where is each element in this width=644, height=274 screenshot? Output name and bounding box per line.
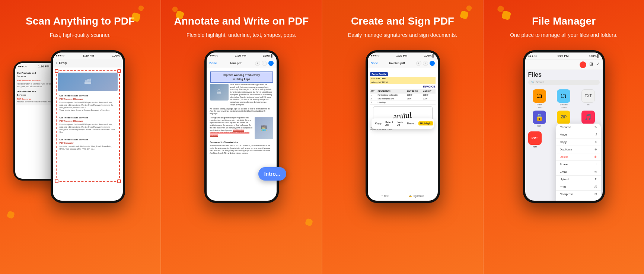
menu-compress[interactable]: Compress ⊞ bbox=[556, 191, 601, 198]
sign-status-bar: ●●●○○ 1:20 PM 100% ▌ bbox=[368, 52, 438, 59]
prev-page-icon[interactable]: ‹ bbox=[255, 61, 260, 66]
info-icon[interactable]: i bbox=[268, 61, 274, 66]
sign-info-icon[interactable]: i bbox=[430, 61, 435, 66]
sign-next-icon[interactable]: › bbox=[423, 61, 428, 66]
deco-square-2 bbox=[138, 5, 145, 12]
signature-tool[interactable]: ✍ Signature bbox=[409, 195, 424, 198]
corner-tl[interactable] bbox=[55, 69, 58, 73]
search-placeholder: Search bbox=[536, 81, 544, 83]
untitled-folder-icon: 🗂 bbox=[557, 89, 570, 103]
checkmark-icon[interactable]: ✓ bbox=[596, 61, 600, 68]
grid-view-icon[interactable]: ⊞ bbox=[589, 61, 593, 68]
photo-thumbnail: 🏙 bbox=[58, 73, 118, 91]
file-item-trash[interactable]: 🗂 Trash 3 items bbox=[528, 89, 551, 109]
sign-done-button[interactable]: Done bbox=[371, 61, 378, 65]
next-page-icon[interactable]: › bbox=[262, 61, 267, 66]
menu-share[interactable]: Share ↑ bbox=[556, 161, 601, 168]
sign-pdf-filename: invoice.pdf bbox=[380, 61, 414, 65]
pdf-image-1: 🏛 bbox=[210, 84, 229, 101]
doc-page-2: Our Products and Services PDF Password R… bbox=[58, 115, 118, 135]
deco-sq-a3 bbox=[305, 218, 313, 226]
share-menu-item[interactable]: Share... bbox=[405, 121, 417, 125]
annotate-subtitle: Flexible highlight, underline, text, sha… bbox=[186, 31, 296, 39]
email-icon: ✉ bbox=[594, 170, 597, 173]
rename-icon: ✎ bbox=[594, 125, 597, 129]
filemanager-screen: ●●●○○ 1:20 PM 100% ▌ ♥ ⊞ ✓ Files 🔍 bbox=[525, 52, 603, 201]
duplicate-icon: ⊕ bbox=[594, 148, 597, 151]
print-icon: 🖨 bbox=[594, 185, 597, 188]
files-title: Files bbox=[525, 71, 603, 78]
zip-file-icon: ZIP bbox=[557, 111, 570, 124]
name-highlight: John Smith bbox=[370, 72, 388, 76]
scan-phone-front: ●●●○○ 1:20 PM 100% ‹ Crop 🏙 bbox=[51, 50, 125, 203]
corner-br[interactable] bbox=[117, 179, 121, 183]
context-menu: Copy Select All Look Up Share... Highlig… bbox=[372, 118, 434, 129]
corner-tr[interactable] bbox=[117, 69, 121, 73]
doc-page-1: Our Products and Services PDF Password R… bbox=[58, 93, 118, 113]
menu-print[interactable]: Print 🖨 bbox=[556, 183, 601, 191]
invoice-table: QTY DESCRIPTION UNIT PRICE AMOUNT 1 Fron… bbox=[370, 89, 436, 105]
sign-pdf-toolbar: Done invoice.pdf ‹ › i bbox=[368, 59, 438, 68]
pdf-page: Improve Working Productivityin Using App… bbox=[208, 70, 275, 157]
menu-delete[interactable]: Delete 🗑 bbox=[556, 153, 601, 161]
table-row: 2 New set of pedal arms 15.00 30.00 bbox=[370, 97, 436, 101]
filemanager-section: File Manager One place to manage all you… bbox=[483, 0, 644, 274]
trash-folder-icon: 🗂 bbox=[533, 89, 546, 103]
scan-status-bar: ●●●○○ 1:20 PM 100% bbox=[53, 52, 123, 59]
share-icon: ↑ bbox=[596, 163, 597, 166]
search-bar[interactable]: 🔍 Search bbox=[528, 80, 600, 85]
filemanager-subtitle: One place to manage all your files and f… bbox=[510, 31, 618, 39]
deco-sq-f1 bbox=[501, 10, 511, 20]
menu-add-favorites[interactable]: Add to Favorites ★ bbox=[556, 198, 601, 201]
sign-prev-icon[interactable]: ‹ bbox=[416, 61, 421, 66]
annotate-status-bar: ●●●○○ 1:20 PM 100% ▌ bbox=[207, 52, 277, 59]
highlight-menu-item[interactable]: Highlight bbox=[418, 121, 433, 125]
copy-icon: ⎘ bbox=[595, 140, 597, 144]
deco-sq-s1 bbox=[460, 10, 469, 19]
demographic-heading: Demographic Characteristics bbox=[210, 141, 273, 144]
file-item-txt[interactable]: TXT txt bbox=[577, 89, 600, 109]
menu-duplicate[interactable]: Duplicate ⊕ bbox=[556, 146, 601, 153]
scan-title: Scan Anything to PDF bbox=[26, 15, 135, 28]
doc-page-3: Our Products and Services PDF Converter … bbox=[58, 137, 118, 152]
lookup-menu-item[interactable]: Look Up bbox=[395, 120, 405, 127]
music-file-icon: 🎵 bbox=[581, 111, 595, 124]
delete-icon: 🗑 bbox=[594, 155, 597, 159]
annotate-title: Annotate and Write on PDF bbox=[174, 15, 309, 28]
sign-title: Create and Sign PDF bbox=[351, 15, 454, 28]
sign-phone: ●●●○○ 1:20 PM 100% ▌ Done invoice.pdf ‹ … bbox=[366, 50, 440, 203]
pdf-image-2: 👩‍💻 bbox=[255, 117, 273, 139]
context-dropdown-menu: Rename ✎ Move ⤴ Copy ⎘ Duplicate bbox=[556, 124, 601, 201]
upload-icon: ⬆ bbox=[594, 178, 597, 181]
corner-bl[interactable] bbox=[55, 179, 58, 183]
pptx-file-icon: PPT bbox=[528, 131, 542, 145]
done-button[interactable]: Done bbox=[210, 61, 217, 65]
copy-menu-item[interactable]: Copy bbox=[374, 121, 383, 125]
lock-folder-icon: 🔒 bbox=[533, 111, 546, 124]
back-arrow-icon[interactable]: ‹ bbox=[56, 61, 57, 65]
scan-section: Scan Anything to PDF Fast, high-quality … bbox=[0, 0, 160, 274]
file-item-untitled[interactable]: 🗂 Untitled 1 items bbox=[552, 89, 575, 109]
menu-upload[interactable]: Upload ⬆ bbox=[556, 176, 601, 183]
menu-rename[interactable]: Rename ✎ bbox=[556, 124, 601, 131]
file-item-pptx[interactable]: PPT pptx bbox=[528, 131, 542, 148]
menu-email[interactable]: Email ✉ bbox=[556, 168, 601, 176]
text-tool[interactable]: T Text bbox=[381, 195, 388, 198]
invoice-bottom-toolbar: T Text ✍ Signature bbox=[368, 195, 438, 198]
sign-subtitle: Easily manage signatures and sign docume… bbox=[348, 31, 457, 39]
menu-copy[interactable]: Copy ⎘ bbox=[556, 138, 601, 146]
deco-square-3 bbox=[6, 210, 15, 219]
menu-move[interactable]: Move ⤴ bbox=[556, 131, 601, 138]
sign-phone-wrap: ●●●○○ 1:20 PM 100% ▌ Done invoice.pdf ‹ … bbox=[366, 50, 440, 203]
annotate-section: Annotate and Write on PDF Flexible highl… bbox=[160, 0, 322, 274]
filemanager-phone: ●●●○○ 1:20 PM 100% ▌ ♥ ⊞ ✓ Files 🔍 bbox=[523, 50, 605, 203]
file-item-lock[interactable]: 🔒 lock bbox=[528, 111, 551, 127]
sign-section: Create and Sign PDF Easily manage signat… bbox=[322, 0, 483, 274]
selectall-menu-item[interactable]: Select All bbox=[384, 120, 395, 127]
move-icon: ⤴ bbox=[596, 133, 597, 136]
compress-icon: ⊞ bbox=[594, 192, 597, 196]
invoice-label: INVOICE bbox=[370, 85, 436, 88]
crop-area: 🏙 Our Products and Services PDF Password… bbox=[56, 70, 120, 182]
pdf-filename: tour.pdf bbox=[219, 61, 253, 65]
pdf-toolbar: Done tour.pdf ‹ › i bbox=[207, 59, 277, 68]
